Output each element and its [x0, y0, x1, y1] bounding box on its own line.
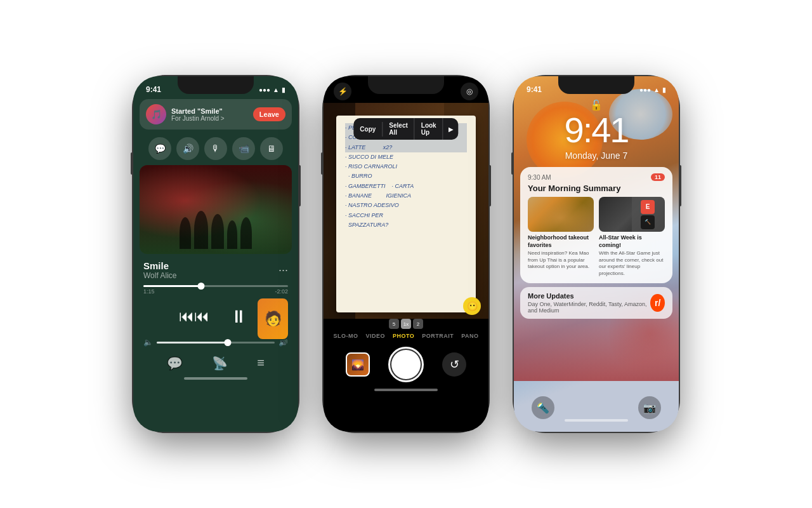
- album-art-inner: [140, 165, 292, 254]
- battery-icon-1: ▮: [282, 86, 285, 93]
- mic-icon: 🎙: [211, 144, 220, 154]
- article-1-body: Need inspiration? Kea Mao from Up Thai i…: [528, 250, 594, 270]
- flip-camera-button[interactable]: ↺: [442, 352, 466, 377]
- lock-time: 9:41: [514, 112, 679, 148]
- note-line-6: · BURRO: [345, 171, 467, 181]
- counter-5: 5: [389, 319, 399, 329]
- share-button[interactable]: 🖥: [260, 137, 283, 160]
- leave-button[interactable]: Leave: [253, 107, 285, 121]
- sil1: [180, 217, 191, 249]
- video-button[interactable]: 📹: [232, 137, 255, 160]
- time-display-1: 9:41: [146, 85, 161, 94]
- article-1-title: Neighborhood takeout favorites: [528, 234, 594, 249]
- facetime-title: Started "Smile": [171, 107, 248, 115]
- facetime-banner[interactable]: 🎵 Started "Smile" For Justin Arnold > Le…: [140, 99, 292, 130]
- ocr-tooltip: Copy Select All Look Up ▶: [353, 118, 458, 140]
- song-info: Smile Wolf Alice ···: [133, 254, 298, 283]
- look-up-button[interactable]: Look Up: [415, 118, 443, 140]
- flashlight-button[interactable]: 🔦: [532, 396, 554, 419]
- airplay-icon[interactable]: 📡: [212, 356, 228, 371]
- shutter-inner: [391, 350, 421, 379]
- mode-portrait[interactable]: PORTRAIT: [422, 333, 454, 339]
- wifi-icon-1: ▲: [273, 86, 279, 93]
- phone2-screen: ⚡ ▲ ◎ don't forget... Copy Select All Lo…: [324, 76, 488, 432]
- speaker-icon: 🔊: [183, 144, 193, 154]
- reddit-icon: r/: [650, 294, 665, 312]
- flip-icon: ↺: [450, 358, 459, 371]
- more-updates-body: Day One, WaterMinder, Reddit, Tasty, Ama…: [528, 301, 650, 314]
- caller-emoji: 🧑: [265, 311, 282, 327]
- sport-icons: E 🔨: [641, 200, 656, 229]
- facetime-thumbnail: 🧑: [256, 297, 289, 340]
- photo-counter: 5 1x 2: [324, 319, 488, 329]
- note-line-3: · LATTE x2?: [345, 143, 467, 152]
- facetime-avatar: 🎵: [146, 104, 166, 124]
- facetime-controls: 💬 🔊 🎙 📹 🖥: [133, 132, 298, 165]
- note-line-7: · GAMBERETTI · CARTA: [345, 182, 467, 191]
- more-updates-row: More Updates Day One, WaterMinder, Reddi…: [528, 292, 665, 314]
- notif-header: 9:30 AM 11: [528, 173, 665, 181]
- notif-count: 11: [651, 173, 665, 181]
- vol-fill: [157, 342, 228, 344]
- mode-video[interactable]: VIDEO: [365, 333, 385, 339]
- flash-button[interactable]: ⚡: [334, 83, 351, 100]
- avatar-emoji: 🎵: [151, 109, 162, 119]
- song-title: Smile: [143, 260, 176, 271]
- last-photo-thumbnail[interactable]: 🌄: [346, 352, 370, 377]
- counter-1x[interactable]: 1x: [401, 319, 411, 329]
- pause-button[interactable]: ⏸: [225, 302, 252, 330]
- lockscreen-content: 9:41 ●●● ▲ ▮ 🔓 9:41 Monday, June 7 9:30 …: [514, 76, 679, 319]
- lock-date: Monday, June 7: [514, 150, 679, 161]
- queue-icon[interactable]: ≡: [257, 356, 265, 371]
- speaker-button[interactable]: 🔊: [176, 137, 199, 160]
- album-art: [140, 165, 292, 254]
- lock-wifi-icon: ▲: [653, 86, 660, 93]
- article-2-title: All-Star Week is coming!: [599, 234, 665, 249]
- progress-bar[interactable]: 1:15 -2:02: [143, 285, 288, 295]
- more-updates-card[interactable]: More Updates Day One, WaterMinder, Reddi…: [520, 287, 672, 319]
- hammer-icon: 🔨: [641, 215, 655, 229]
- chat-icon: 💬: [155, 144, 166, 154]
- more-updates-title: More Updates: [528, 292, 650, 300]
- counter-2: 2: [413, 319, 423, 329]
- notification-card[interactable]: 9:30 AM 11 Your Morning Summary Neighbor…: [520, 167, 672, 283]
- mode-photo[interactable]: PHOTO: [393, 333, 414, 339]
- copy-button[interactable]: Copy: [353, 122, 383, 137]
- signal-icon-1: ●●●: [259, 86, 270, 93]
- playback-controls: ⏮⏮ ⏸ 🧑: [133, 297, 298, 335]
- phone-lockscreen: 9:41 ●●● ▲ ▮ 🔓 9:41 Monday, June 7 9:30 …: [514, 76, 679, 432]
- ocr-more-arrow[interactable]: ▶: [443, 122, 459, 137]
- song-details: Smile Wolf Alice: [143, 260, 176, 280]
- select-all-button[interactable]: Select All: [383, 118, 414, 140]
- notch-1: [178, 76, 254, 94]
- camera-settings-button[interactable]: ◎: [461, 83, 478, 100]
- more-updates-text: More Updates Day One, WaterMinder, Reddi…: [528, 292, 650, 314]
- flashlight-icon: 🔦: [537, 402, 549, 414]
- lock-battery-icon: ▮: [662, 86, 666, 93]
- note-paper: · PETTI DI POLLO · CONCENTRATO DI POMODO…: [336, 116, 476, 312]
- vol-track[interactable]: [157, 342, 275, 344]
- sil5: [240, 217, 252, 249]
- mode-slomo[interactable]: SLO-MO: [333, 333, 358, 339]
- note-line-11: SPAZZATURA?: [345, 220, 467, 230]
- more-button[interactable]: ···: [278, 264, 288, 277]
- shutter-button[interactable]: [388, 347, 424, 382]
- mic-button[interactable]: 🎙: [204, 137, 227, 160]
- mode-pano[interactable]: PANO: [461, 333, 478, 339]
- rewind-button[interactable]: ⏮⏮: [179, 307, 209, 325]
- notch-3: [558, 76, 634, 94]
- live-text-icon[interactable]: 😶: [463, 297, 481, 315]
- camera-shortcut-button[interactable]: 📷: [638, 396, 661, 419]
- article-2[interactable]: E 🔨 All-Star Week is coming! With the Al…: [599, 197, 665, 277]
- note-line-5: · RISO CARNAROLI: [345, 162, 467, 171]
- messages-icon[interactable]: 💬: [167, 356, 183, 371]
- note-line-8: · BANANE IGIENICA: [345, 191, 467, 201]
- article-1[interactable]: Neighborhood takeout favorites Need insp…: [528, 197, 594, 277]
- facetime-info: Started "Smile" For Justin Arnold >: [171, 107, 248, 122]
- food-image: [528, 197, 594, 232]
- article-2-image: E 🔨: [599, 197, 665, 232]
- lock-time-status: 9:41: [527, 85, 542, 94]
- camera-modes: SLO-MO VIDEO PHOTO PORTRAIT PANO: [324, 330, 488, 342]
- time-remaining: -2:02: [275, 288, 288, 295]
- chat-button[interactable]: 💬: [148, 137, 171, 160]
